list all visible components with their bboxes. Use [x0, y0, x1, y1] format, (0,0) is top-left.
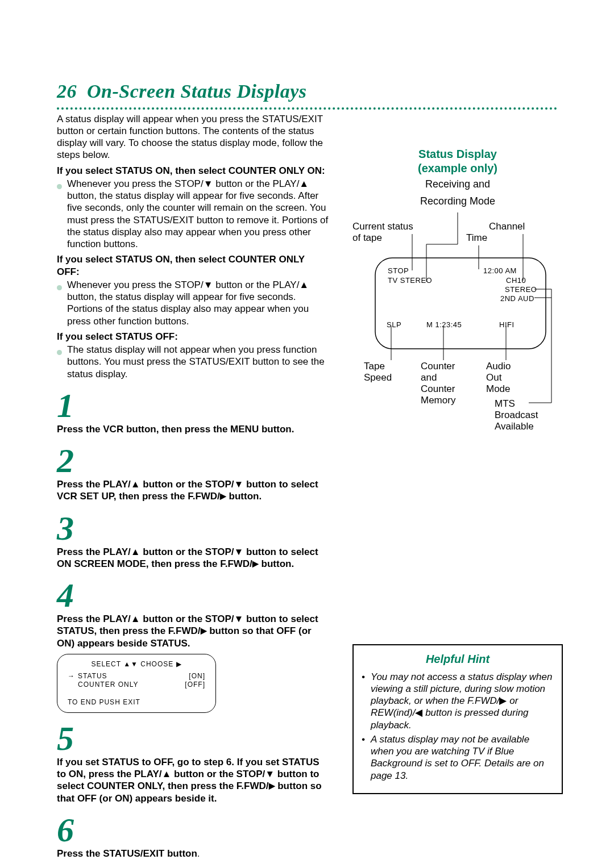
- label-counter-3: Counter: [421, 383, 455, 395]
- osd-spacer: [68, 681, 78, 689]
- osd-end-text: TO END PUSH EXIT: [68, 698, 205, 707]
- play-right-icon: ▶: [269, 781, 275, 790]
- step-text-part: Press the PLAY/▲ button or the STOP/▼ bu…: [57, 479, 318, 502]
- osd-value-2ndaud: 2ND AUD: [500, 294, 534, 303]
- osd-value-stop: STOP: [388, 266, 409, 276]
- osd-row-label: COUNTER ONLY: [78, 681, 185, 689]
- step-number-4: 4: [57, 580, 330, 611]
- label-audio-1: Audio: [486, 360, 511, 372]
- status-display-sub1: Receiving and: [352, 178, 563, 191]
- label-counter-2: and: [421, 372, 437, 383]
- section-number: 26: [57, 81, 77, 102]
- status-display-heading: Status Display: [352, 147, 563, 161]
- label-mts-2: Broadcast: [495, 409, 538, 421]
- osd-arrow-icon: →: [68, 672, 78, 681]
- step-text-part: .: [197, 848, 200, 859]
- osd-row-label: STATUS: [78, 672, 189, 681]
- label-current-status-1: Current status: [352, 220, 413, 232]
- subhead-status-off: If you select STATUS OFF:: [57, 331, 330, 343]
- step-2-text: Press the PLAY/▲ button or the STOP/▼ bu…: [57, 478, 330, 503]
- bullet-text: Whenever you press the STOP/▼ button or …: [67, 279, 330, 327]
- label-tape-2: Speed: [364, 372, 392, 383]
- helpful-hint-title: Helpful Hint: [362, 652, 554, 666]
- step-4-text: Press the PLAY/▲ button or the STOP/▼ bu…: [57, 613, 330, 649]
- status-display-sub2: Recording Mode: [352, 195, 563, 208]
- bullet-item: Whenever you press the STOP/▼ button or …: [57, 279, 330, 327]
- step-number-6: 6: [57, 815, 330, 845]
- play-right-icon: ▶: [499, 695, 507, 706]
- osd-menu-box: SELECT ▲▼ CHOOSE ▶ → STATUS [ON] COUNTER…: [57, 654, 216, 713]
- label-audio-3: Mode: [486, 383, 511, 395]
- status-display-heading-2: (example only): [352, 161, 563, 176]
- bullet-icon: •: [362, 733, 371, 782]
- bullet-icon: •: [362, 671, 371, 731]
- osd-value-time: 12:00 AM: [483, 266, 517, 276]
- osd-value-counter: M 1:23:45: [426, 320, 462, 329]
- play-right-icon: ▶: [252, 559, 259, 568]
- step-1-text: Press the VCR button, then press the MEN…: [57, 423, 330, 435]
- bullet-icon: [57, 178, 67, 251]
- step-text-part: button.: [226, 491, 262, 502]
- bullet-text: The status display will not appear when …: [67, 344, 330, 380]
- bullet-icon: [57, 344, 67, 380]
- subhead-status-on-counter-on: If you select STATUS ON, then select COU…: [57, 165, 330, 177]
- status-display-diagram: Current status of tape Channel Time STOP…: [352, 212, 563, 457]
- osd-value-hifi: HIFI: [499, 320, 515, 329]
- osd-row-value: [OFF]: [185, 681, 205, 689]
- label-counter-1: Counter: [421, 360, 455, 372]
- subhead-status-on-counter-off: If you select STATUS ON, then select COU…: [57, 253, 330, 278]
- osd-value-slp: SLP: [387, 320, 401, 329]
- hint-part: You may not access a status display when…: [371, 671, 552, 707]
- label-channel: Channel: [489, 220, 525, 232]
- right-column: Status Display (example only) Receiving …: [352, 113, 563, 860]
- bullet-item: Whenever you press the STOP/▼ button or …: [57, 178, 330, 251]
- left-column: A status display will appear when you pr…: [57, 113, 330, 860]
- osd-value-channel: CH10: [506, 276, 526, 285]
- osd-title: SELECT ▲▼ CHOOSE ▶: [68, 660, 205, 669]
- helpful-hint-box: Helpful Hint • You may not access a stat…: [352, 644, 563, 794]
- bullet-text: Whenever you press the STOP/▼ button or …: [67, 178, 330, 251]
- hint-text: A status display may not be available wh…: [371, 733, 554, 782]
- osd-row-value: [ON]: [189, 672, 205, 681]
- play-right-icon: ▶: [201, 626, 207, 635]
- step-number-2: 2: [57, 445, 330, 476]
- hint-text: You may not access a status display when…: [371, 671, 554, 731]
- page-title: 26On-Screen Status Displays: [57, 80, 557, 104]
- osd-value-stereo: STEREO: [505, 285, 537, 294]
- step-number-3: 3: [57, 513, 330, 544]
- label-mts-1: MTS: [495, 398, 515, 410]
- osd-row-counter: COUNTER ONLY [OFF]: [68, 681, 205, 689]
- label-current-status-2: of tape: [352, 232, 382, 244]
- label-mts-3: Available: [495, 420, 534, 432]
- step-5-text: If you set STATUS to OFF, go to step 6. …: [57, 756, 330, 804]
- hint-item: • You may not access a status display wh…: [362, 671, 554, 731]
- osd-row-status: → STATUS [ON]: [68, 672, 205, 681]
- step-3-text: Press the PLAY/▲ button or the STOP/▼ bu…: [57, 546, 330, 570]
- step-number-5: 5: [57, 723, 330, 754]
- title-divider: [57, 107, 557, 110]
- section-title: On-Screen Status Displays: [87, 81, 307, 102]
- step-text-part: Press the STATUS/EXIT button: [57, 848, 197, 859]
- hint-item: • A status display may not be available …: [362, 733, 554, 782]
- play-right-icon: ▶: [220, 491, 226, 500]
- label-tape-1: Tape: [364, 360, 385, 372]
- rew-left-icon: ◀: [415, 707, 422, 718]
- step-6-text: Press the STATUS/EXIT button.: [57, 848, 330, 859]
- intro-paragraph: A status display will appear when you pr…: [57, 113, 330, 161]
- bullet-item: The status display will not appear when …: [57, 344, 330, 380]
- step-text-part: button.: [259, 558, 294, 569]
- label-time: Time: [466, 232, 487, 244]
- label-counter-4: Memory: [421, 394, 455, 406]
- osd-value-tvstereo: TV STEREO: [388, 276, 432, 285]
- step-number-1: 1: [57, 390, 330, 421]
- bullet-icon: [57, 279, 67, 327]
- label-audio-2: Out: [486, 372, 501, 383]
